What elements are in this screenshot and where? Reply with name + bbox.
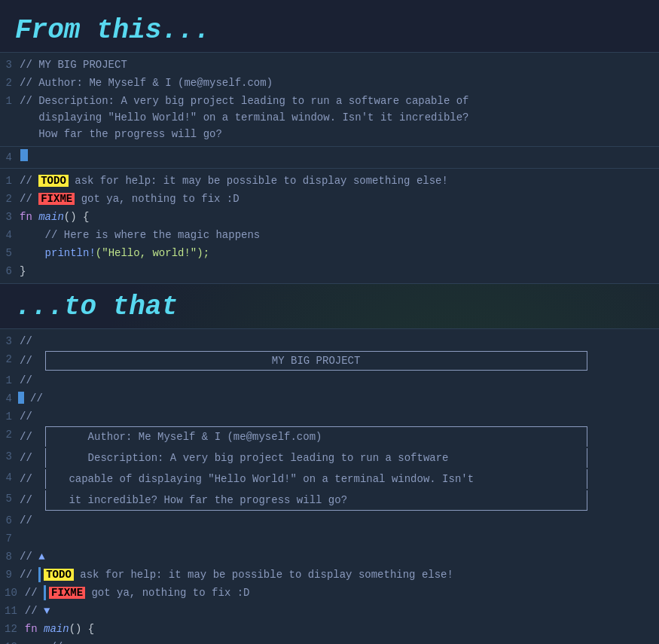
- code-line: 5 println!("Hello, world!");: [0, 244, 659, 262]
- line-content: // FIXME got ya, nothing to fix :D: [18, 191, 659, 207]
- arrow-up-icon: ▲: [38, 551, 44, 563]
- line-marker: [18, 149, 30, 161]
- code-block-main-from: 1 // TODO ask for help: it may be possib…: [0, 168, 659, 284]
- line-number: 2: [0, 75, 18, 91]
- line-number: 4: [0, 390, 18, 407]
- line-number: 3: [0, 209, 18, 225]
- line-number: 5: [0, 245, 18, 261]
- code-line: 12 fn main() {: [0, 620, 659, 638]
- line-content: fn main() {: [23, 621, 659, 637]
- code-line: 9 // TODO ask for help: it may be possib…: [0, 566, 659, 584]
- cursor-area: [18, 390, 29, 407]
- code-line: 10 // FIXME got ya, nothing to fix :D: [0, 584, 659, 602]
- code-line: 2 // FIXME got ya, nothing to fix :D: [0, 190, 659, 208]
- line-content: // it incredible? How far the progress w…: [18, 490, 659, 511]
- code-block-to: 3 // 2 // MY BIG PROJECT 1 // 4 // 1 // …: [0, 328, 659, 644]
- line-number: 2: [0, 351, 18, 368]
- line-number: 4: [0, 469, 18, 486]
- line-content: // ▲: [18, 548, 659, 565]
- code-line: 4 //: [0, 389, 659, 407]
- line-content: // capable of displaying "Hello World!" …: [18, 469, 659, 489]
- code-line: 6 }: [0, 262, 659, 280]
- line-number: 13: [0, 639, 23, 644]
- code-line: 3 fn main() {: [0, 208, 659, 226]
- line-number: 4: [0, 227, 18, 243]
- line-content: //: [23, 639, 659, 644]
- box-desc-line1: Author: Me Myself & I (me@myself.com): [45, 426, 587, 447]
- line-content: // Description: A very big project leadi…: [18, 448, 659, 468]
- code-line: 5 // it incredible? How far the progress…: [0, 490, 659, 511]
- line-number: 1: [0, 93, 18, 109]
- line-number: 12: [0, 621, 23, 637]
- from-this-title: From this...: [0, 8, 659, 52]
- fixme-badge: FIXME: [38, 193, 75, 205]
- box-title: MY BIG PROJECT: [45, 351, 587, 371]
- code-block-from: 3 // MY BIG PROJECT 2 // Author: Me Myse…: [0, 52, 659, 147]
- line-number: 3: [0, 448, 18, 465]
- line-content: //: [18, 333, 659, 349]
- code-line: 13 //: [0, 638, 659, 644]
- line-content: // Author: Me Myself & I (me@myself.com): [18, 75, 659, 91]
- line-number: 1: [0, 372, 18, 389]
- line-content: println!("Hello, world!");: [18, 245, 659, 261]
- code-line: 2 // Author: Me Myself & I (me@myself.co…: [0, 426, 659, 447]
- code-line: 2 // Author: Me Myself & I (me@myself.co…: [0, 74, 659, 92]
- line-content: // FIXME got ya, nothing to fix :D: [23, 584, 659, 601]
- line-number: 6: [0, 263, 18, 279]
- code-block-spacer: 4: [0, 147, 659, 168]
- box-desc-line2: Description: A very big project leading …: [45, 448, 587, 468]
- line-number: 11: [0, 603, 23, 619]
- page-container: From this... 3 // MY BIG PROJECT 2 // Au…: [0, 0, 659, 644]
- code-line: 4: [0, 148, 659, 166]
- line-content: //: [18, 512, 659, 529]
- line-number: 9: [0, 566, 18, 583]
- line-number: 1: [0, 172, 18, 189]
- line-number: 4: [0, 149, 18, 166]
- line-number: 1: [0, 408, 18, 425]
- line-content: fn main() {: [18, 209, 659, 225]
- line-number: 5: [0, 490, 18, 507]
- line-number: 8: [0, 548, 18, 565]
- todo-badge: TODO: [44, 569, 74, 581]
- code-line: 3 //: [0, 332, 659, 350]
- line-content: //: [18, 372, 659, 389]
- box-desc-line3: capable of displaying "Hello World!" on …: [45, 469, 587, 489]
- line-number: 3: [0, 333, 18, 349]
- fixme-badge: FIXME: [49, 587, 85, 599]
- cursor-marker: [20, 149, 28, 161]
- todo-badge: TODO: [38, 175, 69, 187]
- code-line: 3 // MY BIG PROJECT: [0, 56, 659, 74]
- to-that-title: ...to that: [0, 284, 659, 328]
- cursor: [18, 392, 24, 404]
- line-number: 3: [0, 56, 18, 73]
- line-content: // TODO ask for help: it may be possible…: [18, 566, 659, 583]
- line-content: // MY BIG PROJECT: [18, 351, 659, 371]
- line-number: 7: [0, 530, 18, 547]
- code-line: 4 // Here is where the magic happens: [0, 226, 659, 244]
- code-line: 1 // TODO ask for help: it may be possib…: [0, 172, 659, 190]
- line-content: // ▼: [23, 603, 659, 619]
- line-content: // MY BIG PROJECT: [18, 56, 659, 73]
- line-number: 2: [0, 426, 18, 443]
- line-number: 6: [0, 512, 18, 529]
- code-line: 1 // Description: A very big project lea…: [0, 92, 659, 143]
- line-content: //: [18, 408, 659, 425]
- line-content: // Description: A very big project leadi…: [18, 93, 659, 142]
- side-indicator: [38, 567, 41, 582]
- arrow-down-icon: ▼: [44, 605, 50, 617]
- side-indicator: [44, 585, 46, 600]
- line-content: // TODO ask for help: it may be possible…: [18, 172, 659, 189]
- line-number: 2: [0, 191, 18, 207]
- code-line: 1 //: [0, 407, 659, 426]
- line-content: //: [29, 390, 659, 407]
- line-number: 10: [0, 584, 23, 601]
- box-desc-line4: it incredible? How far the progress will…: [45, 490, 587, 511]
- code-line: 8 // ▲: [0, 548, 659, 566]
- line-content: }: [18, 263, 659, 279]
- code-line: 7: [0, 530, 659, 548]
- code-line: 3 // Description: A very big project lea…: [0, 447, 659, 469]
- code-line: 11 // ▼: [0, 602, 659, 620]
- code-line: 4 // capable of displaying "Hello World!…: [0, 469, 659, 490]
- line-content: // Here is where the magic happens: [18, 227, 659, 243]
- line-content: // Author: Me Myself & I (me@myself.com): [18, 426, 659, 447]
